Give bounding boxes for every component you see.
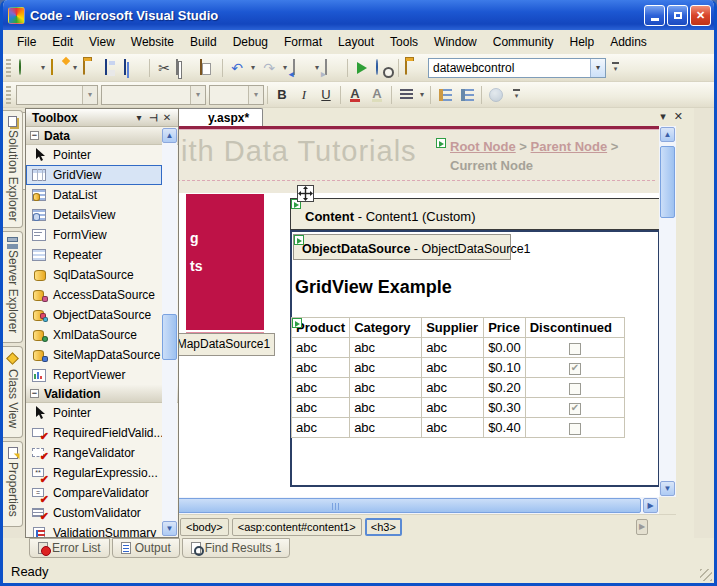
menu-layout[interactable]: Layout bbox=[330, 32, 382, 52]
toolbar-overflow-chevron[interactable]: ▾ bbox=[609, 58, 622, 78]
content-control-header[interactable]: Content - Content1 (Custom) bbox=[290, 198, 659, 230]
bullet-list-button[interactable] bbox=[434, 84, 456, 106]
copy-button[interactable] bbox=[175, 57, 197, 79]
breadcrumb-parent-link[interactable]: Parent Node bbox=[531, 139, 608, 154]
minimize-button[interactable] bbox=[644, 5, 665, 26]
toolbar-grip[interactable] bbox=[6, 86, 11, 104]
tag-body[interactable]: <body> bbox=[180, 518, 229, 536]
tag-asp-content[interactable]: <asp:content#content1> bbox=[232, 518, 362, 536]
hyperlink-button[interactable] bbox=[485, 84, 507, 106]
save-button[interactable] bbox=[102, 57, 124, 79]
server-explorer-tab[interactable]: Server Explorer bbox=[3, 231, 23, 343]
menu-community[interactable]: Community bbox=[485, 32, 562, 52]
toolbox-item-repeater[interactable]: Repeater bbox=[26, 245, 162, 265]
align-dropdown[interactable]: ▾ bbox=[417, 90, 427, 99]
toolbox-item-validationsummary[interactable]: ValidationSummary bbox=[26, 523, 162, 537]
cut-button[interactable]: ✂ bbox=[153, 57, 175, 79]
scroll-down-button[interactable]: ▼ bbox=[660, 481, 675, 496]
toolbox-item-requiredfieldvalidator[interactable]: RequiredFieldValid... bbox=[26, 423, 162, 443]
title-bar[interactable]: Code - Microsoft Visual Studio ✕ bbox=[0, 0, 717, 30]
toolbox-item-regularexpressionvalidator[interactable]: ** RegularExpressio... bbox=[26, 463, 162, 483]
start-debug-button[interactable] bbox=[351, 57, 373, 79]
save-all-button[interactable] bbox=[124, 57, 146, 79]
toolbar-grip[interactable] bbox=[6, 59, 11, 77]
toolbox-scrollbar[interactable]: ▲ ▼ bbox=[162, 128, 177, 536]
target-rule-combo[interactable]: ▾ bbox=[16, 85, 98, 105]
toolbox-item-pointer-validation[interactable]: Pointer bbox=[26, 403, 162, 423]
toolbox-item-xmldatasource[interactable]: XmlDataSource bbox=[26, 325, 162, 345]
toolbox-item-objectdatasource[interactable]: ObjectDataSource bbox=[26, 305, 162, 325]
toolbox-item-customvalidator[interactable]: CustomValidator bbox=[26, 503, 162, 523]
new-website-button[interactable] bbox=[16, 57, 38, 79]
content-control[interactable]: Content - Content1 (Custom) ObjectDataSo… bbox=[290, 198, 659, 487]
toolbox-section-data[interactable]: − Data bbox=[26, 127, 178, 145]
undo-dropdown[interactable]: ▾ bbox=[248, 63, 258, 72]
smart-tag-icon[interactable] bbox=[436, 138, 446, 148]
scroll-up-button[interactable]: ▲ bbox=[660, 127, 675, 142]
font-size-combo[interactable]: ▾ bbox=[209, 85, 264, 105]
output-tab[interactable]: Output bbox=[112, 538, 180, 558]
menu-website[interactable]: Website bbox=[123, 32, 182, 52]
navigate-back-button[interactable]: ◂ bbox=[290, 57, 312, 79]
collapse-icon[interactable]: − bbox=[30, 389, 39, 398]
find-combo[interactable]: datawebcontrol ▾ bbox=[428, 58, 606, 78]
smart-tag-icon[interactable] bbox=[294, 235, 304, 245]
underline-button[interactable]: U bbox=[315, 84, 337, 106]
solution-explorer-tab[interactable]: Solution Explorer bbox=[3, 110, 23, 228]
collapse-icon[interactable]: − bbox=[30, 131, 39, 140]
toolbox-item-comparevalidator[interactable]: = CompareValidator bbox=[26, 483, 162, 503]
align-button[interactable] bbox=[395, 84, 417, 106]
document-list-dropdown[interactable]: ▾ bbox=[660, 110, 666, 123]
navigate-forward-button[interactable]: ▸ bbox=[322, 57, 344, 79]
undo-button[interactable]: ↶ bbox=[226, 57, 248, 79]
paste-button[interactable] bbox=[197, 57, 219, 79]
toolbox-close-icon[interactable]: ✕ bbox=[160, 112, 174, 123]
discontinued-checkbox[interactable] bbox=[569, 383, 581, 395]
maximize-button[interactable] bbox=[667, 5, 688, 26]
scroll-right-button[interactable]: ▶ bbox=[643, 498, 658, 513]
design-vertical-scrollbar[interactable]: ▲ ▼ bbox=[659, 126, 676, 497]
toolbox-pin-icon[interactable]: ⊤ bbox=[148, 111, 159, 125]
font-name-combo[interactable]: ▾ bbox=[101, 85, 206, 105]
toolbox-scroll-thumb[interactable] bbox=[162, 314, 177, 360]
new-website-dropdown[interactable]: ▾ bbox=[38, 63, 48, 72]
toolbox-item-sqldatasource[interactable]: SqlDataSource bbox=[26, 265, 162, 285]
find-results-tab[interactable]: Find Results 1 bbox=[182, 538, 291, 558]
find-combo-dropdown[interactable]: ▾ bbox=[590, 59, 605, 77]
menu-edit[interactable]: Edit bbox=[44, 32, 81, 52]
gridview-table[interactable]: Product Category Supplier Price Disconti… bbox=[291, 317, 625, 438]
close-button[interactable]: ✕ bbox=[690, 5, 711, 26]
menu-addins[interactable]: Addins bbox=[602, 32, 655, 52]
toolbox-item-rangevalidator[interactable]: RangeValidator bbox=[26, 443, 162, 463]
objectdatasource-control[interactable]: ObjectDataSource - ObjectDataSource1 bbox=[293, 234, 511, 260]
open-website-button[interactable] bbox=[402, 57, 424, 79]
toolbox-item-pointer[interactable]: Pointer bbox=[26, 145, 162, 165]
add-new-item-button[interactable] bbox=[48, 57, 70, 79]
sitemapdatasource-control[interactable]: eMapDataSource1 bbox=[163, 333, 275, 356]
open-file-button[interactable] bbox=[80, 57, 102, 79]
close-document-button[interactable]: ✕ bbox=[674, 110, 683, 123]
toolbox-item-gridview[interactable]: GridView bbox=[26, 165, 162, 185]
bold-button[interactable]: B bbox=[271, 84, 293, 106]
toolbox-header[interactable]: Toolbox ▾ ⊤ ✕ bbox=[26, 109, 178, 127]
menu-window[interactable]: Window bbox=[426, 32, 485, 52]
class-view-tab[interactable]: Class View bbox=[3, 346, 23, 438]
menu-tools[interactable]: Tools bbox=[382, 32, 426, 52]
menu-help[interactable]: Help bbox=[561, 32, 602, 52]
discontinued-checkbox[interactable] bbox=[569, 423, 581, 435]
font-color-button[interactable]: A bbox=[344, 84, 366, 106]
toolbox-item-reportviewer[interactable]: ReportViewer bbox=[26, 365, 162, 385]
smart-tag-icon[interactable] bbox=[292, 318, 302, 328]
scroll-down-button[interactable]: ▼ bbox=[162, 521, 177, 536]
resize-grip[interactable] bbox=[700, 569, 712, 581]
discontinued-checkbox[interactable] bbox=[569, 343, 581, 355]
italic-button[interactable]: I bbox=[293, 84, 315, 106]
toolbox-item-datalist[interactable]: DataList bbox=[26, 185, 162, 205]
toolbox-item-accessdatasource[interactable]: AccessDataSource bbox=[26, 285, 162, 305]
menu-format[interactable]: Format bbox=[276, 32, 330, 52]
menu-build[interactable]: Build bbox=[182, 32, 225, 52]
discontinued-checkbox[interactable] bbox=[569, 363, 581, 375]
toolbox-item-sitemapdatasource[interactable]: SiteMapDataSource bbox=[26, 345, 162, 365]
add-item-dropdown[interactable]: ▾ bbox=[70, 63, 80, 72]
numbered-list-button[interactable] bbox=[456, 84, 478, 106]
